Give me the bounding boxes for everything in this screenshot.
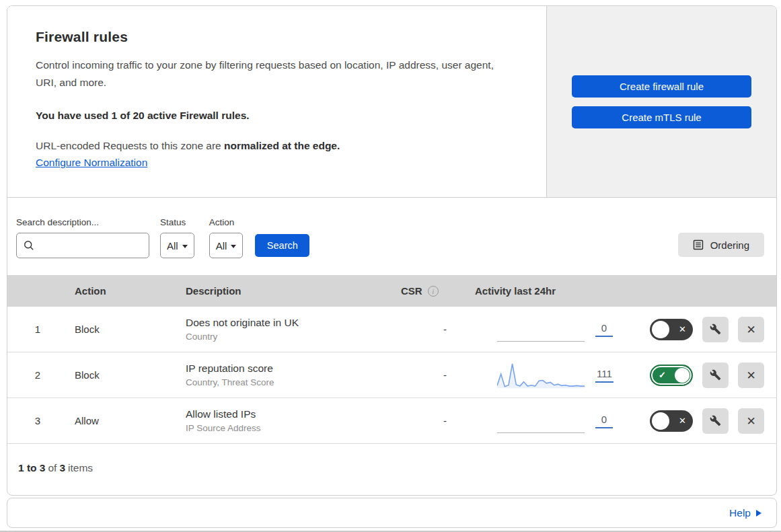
info-icon[interactable]: i <box>428 286 439 297</box>
rule-enabled-toggle[interactable] <box>650 410 693 432</box>
row-number: 3 <box>7 415 68 426</box>
firewall-rules-card: Firewall rules Control incoming traffic … <box>7 5 777 496</box>
create-mtls-rule-button[interactable]: Create mTLS rule <box>572 106 751 128</box>
row-controls: ✕ <box>650 408 776 434</box>
arrow-right-icon <box>756 510 761 517</box>
status-dropdown[interactable]: All <box>160 233 194 258</box>
ordering-button-label: Ordering <box>710 239 749 251</box>
activity-cell: 111 ✕ <box>455 360 776 390</box>
ordering-list-icon <box>693 239 704 250</box>
status-dropdown-value: All <box>167 240 178 252</box>
close-icon: ✕ <box>746 414 755 428</box>
usage-note: You have used 1 of 20 active Firewall ru… <box>36 110 518 122</box>
summary-range: 1 to 3 <box>18 462 45 474</box>
description-fields: IP Source Address <box>186 423 401 433</box>
description-title: Does not originate in UK <box>186 317 401 329</box>
delete-rule-button[interactable]: ✕ <box>738 317 764 342</box>
delete-rule-button[interactable]: ✕ <box>738 408 764 434</box>
row-controls: ✕ <box>650 317 776 342</box>
action-cell: Block <box>68 369 186 381</box>
table-row: 3 Allow Allow listed IPs IP Source Addre… <box>7 398 776 444</box>
chevron-down-icon <box>231 245 236 248</box>
close-icon: ✕ <box>746 369 755 382</box>
row-controls: ✕ <box>650 363 776 388</box>
search-label: Search description... <box>16 217 149 227</box>
column-csr: CSR i <box>401 285 455 297</box>
search-icon <box>24 240 34 251</box>
column-activity: Activity last 24hr <box>455 285 776 297</box>
description-title: Allow listed IPs <box>186 408 401 420</box>
status-filter-group: Status All <box>160 217 194 258</box>
page: { "colors": { "accent_blue": "#0b5cd6", … <box>0 0 781 532</box>
description-fields: Country, Threat Score <box>186 377 401 387</box>
wrench-icon <box>710 324 721 335</box>
help-footer: Help <box>7 498 777 528</box>
page-title: Firewall rules <box>36 29 518 45</box>
wrench-icon <box>710 415 721 426</box>
wrench-icon <box>710 369 721 381</box>
action-dropdown[interactable]: All <box>209 233 244 258</box>
header-text-block: Firewall rules Control incoming traffic … <box>7 6 547 197</box>
activity-sparkline <box>497 406 585 436</box>
activity-cell: 0 ✕ <box>455 315 776 344</box>
normalization-bold-text: normalized at the edge. <box>224 140 340 151</box>
activity-sparkline <box>497 360 585 390</box>
column-action: Action <box>68 285 186 297</box>
table-row: 2 Block IP reputation score Country, Thr… <box>7 352 776 398</box>
ordering-button[interactable]: Ordering <box>678 233 764 257</box>
toggle-knob <box>652 321 669 338</box>
header-section: Firewall rules Control incoming traffic … <box>7 6 776 198</box>
page-description: Control incoming traffic to your zone by… <box>36 56 510 91</box>
sparkline-chart <box>497 360 585 390</box>
search-button[interactable]: Search <box>255 234 309 257</box>
chevron-down-icon <box>182 245 188 248</box>
summary-items: items <box>68 462 93 474</box>
create-firewall-rule-button[interactable]: Create firewall rule <box>572 75 751 98</box>
action-dropdown-value: All <box>216 240 227 252</box>
description-cell: IP reputation score Country, Threat Scor… <box>186 363 401 387</box>
activity-count-link[interactable]: 0 <box>595 414 613 428</box>
normalization-note: URL-encoded Requests to this zone are no… <box>36 140 518 152</box>
csr-cell: - <box>401 415 455 426</box>
summary-of: of <box>48 462 57 474</box>
activity-cell: 0 ✕ <box>455 406 776 436</box>
column-description: Description <box>186 285 401 297</box>
table-summary: 1 to 3 of 3 items <box>7 444 776 492</box>
summary-total: 3 <box>59 462 65 474</box>
configure-normalization-link[interactable]: Configure Normalization <box>36 157 147 169</box>
action-cell: Block <box>68 324 186 335</box>
action-cell: Allow <box>68 415 186 426</box>
edit-rule-button[interactable] <box>702 408 729 434</box>
description-cell: Allow listed IPs IP Source Address <box>186 408 401 433</box>
help-link-label: Help <box>729 507 751 519</box>
row-number: 2 <box>7 369 68 381</box>
search-input-wrapper <box>16 233 149 258</box>
rule-enabled-toggle[interactable] <box>650 365 693 386</box>
description-cell: Does not originate in UK Country <box>186 317 401 342</box>
toggle-knob <box>675 368 690 383</box>
help-link[interactable]: Help <box>729 507 761 519</box>
row-number: 1 <box>7 324 68 335</box>
csr-cell: - <box>401 369 455 381</box>
description-fields: Country <box>186 332 401 342</box>
column-csr-label: CSR <box>401 285 422 297</box>
search-input[interactable] <box>40 240 161 251</box>
normalization-text: URL-encoded Requests to this zone are <box>36 140 224 151</box>
actions-panel: Create firewall rule Create mTLS rule <box>547 6 776 197</box>
filter-bar: Search description... Status All Action … <box>7 198 776 275</box>
activity-count-link[interactable]: 0 <box>595 322 613 337</box>
table-row: 1 Block Does not originate in UK Country… <box>7 307 776 352</box>
rule-enabled-toggle[interactable] <box>650 319 693 340</box>
delete-rule-button[interactable]: ✕ <box>738 363 764 388</box>
csr-cell: - <box>401 324 455 335</box>
activity-sparkline <box>497 315 585 344</box>
action-label: Action <box>209 217 244 227</box>
search-filter-group: Search description... <box>16 217 149 258</box>
edit-rule-button[interactable] <box>702 363 729 388</box>
close-icon: ✕ <box>746 323 755 336</box>
toggle-knob <box>652 412 669 430</box>
status-label: Status <box>160 217 194 227</box>
table-header: Action Description CSR i Activity last 2… <box>7 275 776 307</box>
activity-count-link[interactable]: 111 <box>595 368 613 383</box>
edit-rule-button[interactable] <box>702 317 729 342</box>
